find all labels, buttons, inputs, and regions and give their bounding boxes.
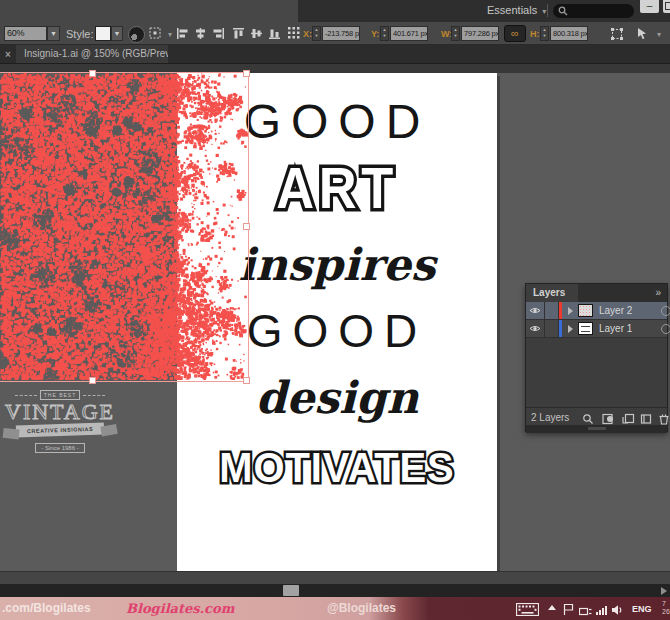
horizontal-scrollbar[interactable]: [0, 584, 670, 597]
grip-handle: [588, 427, 606, 430]
banner-handle-text: @Blogilates: [327, 601, 396, 615]
divider: [547, 4, 548, 17]
align-top-icon[interactable]: [232, 27, 245, 40]
artboard-text-design[interactable]: design: [177, 376, 497, 420]
zoom-dropdown-button[interactable]: ▼: [47, 26, 60, 41]
search-input[interactable]: [553, 4, 634, 18]
chevron-down-icon: ▾: [657, 30, 661, 39]
badge-since: - Since 1986 -: [35, 443, 84, 453]
chevron-down-icon: ▾: [168, 30, 172, 39]
layer-color-bar: [559, 302, 562, 319]
network-signal-icon[interactable]: [596, 602, 608, 620]
badge-title: VINTAGE: [2, 400, 118, 423]
panel-close-icon[interactable]: ×: [5, 49, 11, 60]
disclosure-triangle-icon[interactable]: [568, 325, 573, 333]
banner-url-text: .com/Blogilates: [2, 601, 91, 615]
selection-handle-top-mid[interactable]: [89, 70, 96, 77]
reference-point-grid-icon[interactable]: [287, 26, 301, 40]
language-indicator[interactable]: ENG: [632, 604, 652, 614]
workspace-label: Essentials: [487, 4, 537, 16]
x-stepper[interactable]: ▲▼: [312, 26, 321, 41]
clock-partial[interactable]: 726: [662, 600, 670, 616]
panel-menu-icon[interactable]: »: [655, 287, 661, 298]
layer-color-bar: [559, 320, 562, 337]
layers-panel-footer: 2 Layers: [526, 407, 667, 425]
layer-thumbnail[interactable]: [578, 304, 593, 317]
taskbar: .com/Blogilates Blogilates.com @Blogilat…: [0, 597, 670, 620]
artboard-text-motivates[interactable]: MOTIVATES: [185, 447, 489, 489]
h-value-field[interactable]: 800.318 px: [550, 26, 588, 41]
y-value-field[interactable]: 401.671 px: [390, 26, 428, 41]
action-center-flag-icon[interactable]: [563, 602, 574, 620]
selection-bounding-box: [0, 72, 249, 382]
x-label: X:: [303, 29, 312, 39]
w-stepper[interactable]: ▲▼: [451, 26, 460, 41]
x-value-field[interactable]: -213.758 px: [322, 26, 360, 41]
status-bar: [0, 571, 670, 584]
restore-icon: [665, 2, 670, 10]
document-tab-title: Insignia-1.ai @ 150% (RGB/Preview): [24, 48, 168, 59]
layer-name[interactable]: Layer 1: [599, 323, 661, 334]
h-label: H:: [530, 29, 540, 39]
layers-panel-tab[interactable]: Layers: [526, 284, 578, 302]
shape-mode-icon[interactable]: [636, 27, 649, 40]
visibility-toggle[interactable]: [526, 302, 545, 319]
selection-handle-right-mid[interactable]: [243, 223, 250, 230]
banner-logo-text: Blogilates.com: [126, 601, 234, 616]
selection-handle-bottom-right[interactable]: [243, 377, 250, 384]
align-h-center-icon[interactable]: [194, 27, 207, 40]
selection-handle-bottom-mid[interactable]: [89, 377, 96, 384]
search-icon: [558, 6, 568, 16]
style-dropdown-button[interactable]: ▼: [111, 26, 123, 41]
link-dimensions-icon[interactable]: ∞: [504, 25, 526, 42]
layer-name[interactable]: Layer 2: [599, 305, 661, 316]
y-stepper[interactable]: ▲▼: [380, 26, 389, 41]
scrollbar-handle[interactable]: [283, 585, 299, 596]
speaker-icon[interactable]: [611, 602, 624, 620]
style-swatch[interactable]: [95, 26, 111, 41]
badge-dash-left: [15, 395, 37, 396]
layers-panel-header: Layers »: [526, 284, 667, 302]
align-right-icon[interactable]: [212, 27, 225, 40]
chevron-down-icon: ▾: [542, 7, 546, 16]
panel-resize-grip[interactable]: [526, 425, 667, 433]
align-anchor-icon[interactable]: [148, 26, 163, 41]
scrollbar-right-arrow-icon[interactable]: [661, 587, 667, 595]
disclosure-triangle-icon[interactable]: [568, 307, 573, 315]
badge-dash-right: [83, 395, 105, 396]
w-value-field[interactable]: 797.286 px: [461, 26, 499, 41]
eye-icon: [529, 324, 541, 333]
free-transform-icon[interactable]: [610, 27, 625, 41]
eye-icon: [529, 306, 541, 315]
h-stepper[interactable]: ▲▼: [540, 26, 549, 41]
zoom-level-field[interactable]: 60%: [4, 26, 47, 41]
layer-row-1[interactable]: Layer 1: [526, 320, 667, 338]
lock-toggle[interactable]: [545, 302, 559, 319]
restore-button[interactable]: [663, 0, 670, 13]
touch-keyboard-icon[interactable]: [516, 602, 539, 620]
lock-toggle[interactable]: [545, 320, 559, 337]
y-label: Y:: [371, 29, 379, 39]
show-hidden-icons-chevron[interactable]: [548, 605, 556, 610]
power-plug-icon[interactable]: [579, 603, 592, 620]
illustrator-window: Essentials▾ – 60% ▼ Style: ▼ ▾ X: ▲▼ -21…: [0, 0, 670, 620]
workspace-switcher[interactable]: Essentials▾: [487, 4, 546, 16]
visibility-toggle[interactable]: [526, 320, 545, 337]
control-bar: 60% ▼ Style: ▼ ▾ X: ▲▼ -213.758 px Y: ▲▼…: [0, 22, 670, 45]
vintage-badge[interactable]: THE BEST VINTAGE CREATIVE INSIGNIAS - Si…: [2, 390, 118, 454]
layers-panel: Layers » Layer 2 Layer 1 2: [525, 283, 668, 432]
minimize-button[interactable]: –: [640, 0, 659, 13]
target-circle-icon[interactable]: [661, 324, 670, 334]
style-label: Style:: [66, 28, 94, 40]
align-bottom-icon[interactable]: [268, 27, 281, 40]
document-tab[interactable]: Insignia-1.ai @ 150% (RGB/Preview) ×: [16, 45, 168, 63]
align-v-center-icon[interactable]: [250, 27, 263, 40]
selection-handle-top-right[interactable]: [243, 70, 250, 77]
layer-row-2[interactable]: Layer 2: [526, 302, 667, 320]
layer-count-status: 2 Layers: [531, 412, 569, 423]
layer-thumbnail[interactable]: [578, 322, 593, 335]
target-circle-icon[interactable]: [661, 306, 670, 316]
align-left-icon[interactable]: [176, 27, 189, 40]
app-bar: Essentials▾ –: [0, 0, 670, 22]
recolor-circle-icon[interactable]: [128, 26, 145, 43]
